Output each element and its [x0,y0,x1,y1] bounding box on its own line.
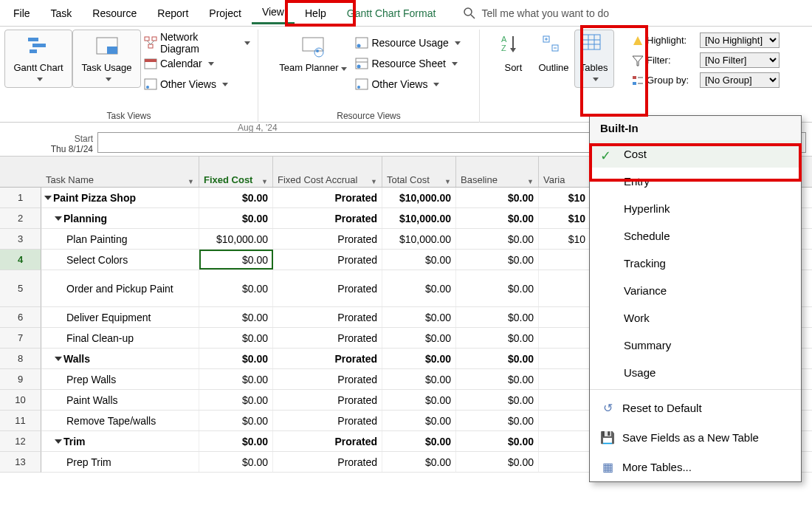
row-number[interactable]: 1 [0,188,41,208]
reset-to-default[interactable]: ↺Reset to Default [590,393,801,422]
task-usage-button[interactable]: Task Usage [72,30,141,88]
cell-variance[interactable]: $10 [539,188,591,207]
cell-baseline[interactable]: $0.00 [456,411,539,430]
cell-fixed-cost[interactable]: $0.00 [199,349,273,368]
table-option-hyperlink[interactable]: Hyperlink [590,195,801,222]
row-number[interactable]: 7 [0,328,41,349]
row-number[interactable]: 2 [0,208,41,229]
menu-help[interactable]: Help [295,3,337,24]
cell-fixed-cost[interactable]: $0.00 [199,188,273,207]
cell-total-cost[interactable]: $0.00 [382,250,456,270]
expand-icon[interactable] [55,357,62,361]
team-planner-button[interactable]: Team Planner [274,30,352,77]
cell-fixed-cost[interactable]: $0.00 [199,411,273,430]
row-number[interactable]: 12 [0,431,41,452]
table-option-cost[interactable]: ✓Cost [590,140,801,168]
cell-baseline[interactable]: $0.00 [456,349,539,368]
cell-task-name[interactable]: Prep Walls [41,369,199,389]
cell-accrual[interactable]: Prorated [273,390,382,410]
row-number[interactable]: 11 [0,411,41,431]
cell-accrual[interactable]: Prorated [273,229,382,249]
resource-sheet-button[interactable]: Resource Sheet [352,53,463,74]
cell-baseline[interactable]: $0.00 [456,390,539,410]
calendar-button[interactable]: Calendar [141,53,253,74]
cell-accrual[interactable]: Prorated [273,349,382,368]
cell-accrual[interactable]: Prorated [273,452,382,472]
cell-task-name[interactable]: Remove Tape/walls [41,411,199,430]
row-number[interactable]: 3 [0,229,41,250]
cell-fixed-cost[interactable]: $0.00 [199,431,273,451]
cell-fixed-cost[interactable]: $0.00 [199,250,273,270]
cell-fixed-cost[interactable]: $0.00 [199,390,273,410]
other-task-views-button[interactable]: Other Views [141,74,253,95]
tell-me-search[interactable]: Tell me what you want to do [464,7,609,19]
cell-accrual[interactable]: Prorated [273,328,382,348]
cell-variance[interactable] [539,328,591,348]
table-option-tracking[interactable]: Tracking [590,250,801,277]
cell-variance[interactable]: $10 [539,208,591,228]
resource-usage-button[interactable]: Resource Usage [352,32,463,53]
row-number[interactable]: 8 [0,349,41,369]
col-accrual[interactable]: Fixed Cost Accrual▼ [273,157,382,187]
menu-gantt-format[interactable]: Gantt Chart Format [337,3,447,24]
cell-variance[interactable] [539,307,591,327]
cell-total-cost[interactable]: $0.00 [382,452,456,472]
cell-fixed-cost[interactable]: $0.00 [199,452,273,472]
outline-button[interactable]: Outline [533,30,574,77]
col-task-name[interactable]: Task Name▼ [41,157,199,187]
expand-icon[interactable] [55,216,62,221]
cell-task-name[interactable]: Walls [41,349,199,368]
cell-accrual[interactable]: Prorated [273,369,382,389]
filter-select[interactable]: [No Filter] [700,52,780,68]
cell-accrual[interactable]: Prorated [273,270,382,306]
cell-task-name[interactable]: Order and Pickup Paint [41,270,199,306]
cell-baseline[interactable]: $0.00 [456,328,539,348]
sort-button[interactable]: AZ Sort [493,30,533,77]
row-number[interactable]: 4 [0,250,41,270]
table-option-entry[interactable]: Entry [590,168,801,195]
cell-baseline[interactable]: $0.00 [456,452,539,472]
row-number[interactable]: 5 [0,270,41,307]
other-resource-views-button[interactable]: Other Views [352,74,463,95]
cell-accrual[interactable]: Prorated [273,250,382,270]
cell-variance[interactable] [539,270,591,306]
cell-task-name[interactable]: Final Clean-up [41,328,199,348]
cell-total-cost[interactable]: $10,000.00 [382,208,456,228]
table-option-work[interactable]: Work [590,304,801,332]
cell-accrual[interactable]: Prorated [273,431,382,451]
cell-baseline[interactable]: $0.00 [456,250,539,270]
cell-total-cost[interactable]: $0.00 [382,307,456,327]
cell-variance[interactable] [539,431,591,451]
menu-task[interactable]: Task [41,3,83,24]
row-number[interactable]: 9 [0,369,41,390]
cell-baseline[interactable]: $0.00 [456,307,539,327]
cell-task-name[interactable]: Plan Painting [41,229,199,249]
menu-project[interactable]: Project [199,3,252,24]
cell-variance[interactable] [539,369,591,389]
more-tables[interactable]: ▦More Tables... [590,452,801,481]
cell-task-name[interactable]: Deliver Equipment [41,307,199,327]
cell-baseline[interactable]: $0.00 [456,208,539,228]
col-baseline[interactable]: Baseline▼ [456,157,539,187]
cell-accrual[interactable]: Prorated [273,188,382,207]
cell-baseline[interactable]: $0.00 [456,369,539,389]
cell-task-name[interactable]: Select Colors [41,250,199,270]
cell-total-cost[interactable]: $0.00 [382,328,456,348]
cell-variance[interactable] [539,411,591,430]
cell-variance[interactable] [539,452,591,472]
highlight-select[interactable]: [No Highlight] [700,32,780,48]
row-number[interactable]: 6 [0,307,41,328]
cell-variance[interactable] [539,349,591,368]
cell-accrual[interactable]: Prorated [273,411,382,430]
cell-fixed-cost[interactable]: $0.00 [199,307,273,327]
groupby-select[interactable]: [No Group] [700,72,780,88]
cell-variance[interactable] [539,250,591,270]
gantt-chart-button[interactable]: Gantt Chart [4,30,72,88]
cell-total-cost[interactable]: $0.00 [382,349,456,368]
cell-fixed-cost[interactable]: $0.00 [199,208,273,228]
expand-icon[interactable] [44,196,52,200]
cell-baseline[interactable]: $0.00 [456,188,539,207]
menu-file[interactable]: File [3,3,41,24]
network-diagram-button[interactable]: Network Diagram [141,32,253,53]
cell-fixed-cost[interactable]: $0.00 [199,328,273,348]
